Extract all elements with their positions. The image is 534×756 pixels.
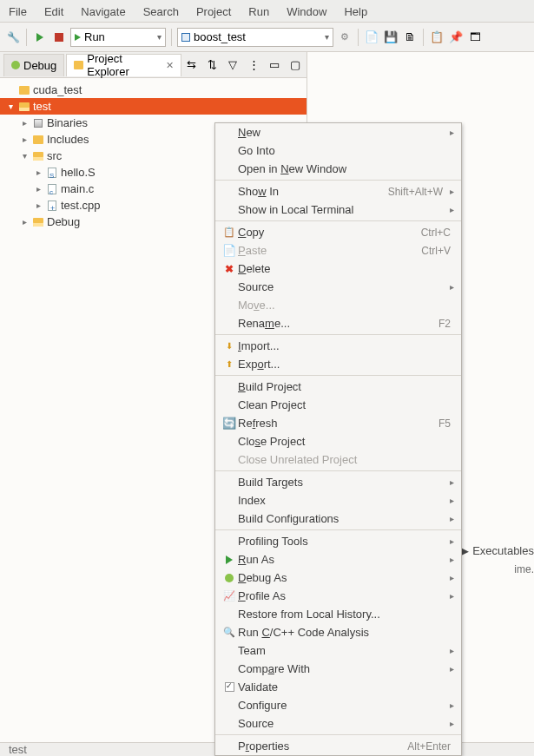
copy-icon: 📋 (221, 227, 238, 238)
menu-run[interactable]: Run (240, 3, 278, 18)
save-icon[interactable]: 💾 (383, 30, 399, 45)
build-icon[interactable]: 📋 (429, 30, 445, 45)
paste-icon: 📄 (221, 244, 238, 257)
config-icon (181, 33, 190, 42)
profile-icon: 📈 (221, 590, 238, 602)
cm-go-into[interactable]: Go Into (215, 141, 461, 160)
status-text: test (9, 743, 27, 756)
cm-profiling-tools[interactable]: Profiling Tools▸ (215, 532, 461, 550)
tab-project-explorer[interactable]: Project Explorer ✕ (66, 54, 181, 76)
menu-search[interactable]: Search (135, 3, 188, 18)
folder-icon (74, 61, 83, 69)
perspective-icon[interactable]: 🗔 (467, 30, 483, 45)
folder-open-icon (19, 102, 30, 111)
filter-icon[interactable]: ▽ (225, 57, 241, 73)
run-button[interactable] (32, 30, 48, 45)
chevron-right-icon: ▸ (19, 118, 30, 128)
tree-label: Debug (47, 215, 80, 228)
cm-close-project[interactable]: Close Project (215, 432, 461, 450)
ime-label: ime. (514, 563, 534, 575)
view-tabs: Debug Project Explorer ✕ ⇆ ⇅ ▽ ⋮ ▭ ▢ (0, 52, 307, 78)
tree-project-test[interactable]: ▾ test (0, 98, 307, 115)
chevron-right-icon: ▸ (33, 168, 43, 177)
tab-debug[interactable]: Debug (3, 54, 64, 76)
tree-label: test.cpp (61, 199, 101, 212)
bug-icon (11, 61, 20, 69)
cm-properties[interactable]: PropertiesAlt+Enter (215, 737, 461, 755)
pin-icon[interactable]: 📌 (448, 30, 464, 45)
gear-icon[interactable]: ⚙ (337, 30, 353, 45)
view-menu-icon[interactable]: ⋮ (246, 57, 261, 73)
cm-clean-project[interactable]: Clean Project (215, 396, 461, 414)
new-dropdown-icon[interactable]: 📄 (364, 30, 379, 45)
menu-file[interactable]: File (0, 3, 36, 18)
play-icon (221, 555, 238, 564)
delete-icon: ✖ (221, 263, 238, 275)
checkbox-icon (225, 682, 234, 692)
minimize-icon[interactable]: ▭ (267, 57, 282, 73)
cm-build-project[interactable]: Build Project (215, 378, 461, 396)
cm-profile-as[interactable]: 📈Profile As▸ (215, 587, 461, 605)
cpp-file-icon (48, 201, 56, 211)
link-icon[interactable]: ⇅ (204, 57, 220, 73)
menu-help[interactable]: Help (335, 3, 376, 18)
tree-label: Binaries (47, 116, 88, 129)
tab-debug-label: Debug (23, 59, 56, 72)
cm-run-as[interactable]: Run As▸ (215, 550, 461, 569)
cm-configure[interactable]: Configure▸ (215, 696, 461, 714)
tree-label: main.c (61, 182, 94, 195)
chevron-down-icon: ▾ (157, 32, 162, 42)
tree-label: hello.S (61, 166, 96, 179)
folder-open-icon (33, 152, 43, 161)
stop-button[interactable] (51, 30, 67, 45)
tree-label: src (47, 149, 62, 162)
menu-window[interactable]: Window (278, 3, 335, 18)
cm-export[interactable]: ⬆Export... (215, 355, 461, 373)
launch-config-combo[interactable]: boost_test ▾ (177, 28, 333, 47)
analysis-icon: 🔍 (221, 627, 238, 638)
maximize-icon[interactable]: ▢ (287, 57, 303, 73)
cm-validate[interactable]: Validate (215, 678, 461, 696)
menu-project[interactable]: Project (188, 3, 240, 18)
cm-show-local-terminal[interactable]: Show in Local Terminal▸ (215, 201, 461, 219)
cm-index[interactable]: Index▸ (215, 491, 461, 509)
menu-navigate[interactable]: Navigate (72, 3, 134, 18)
chevron-down-icon: ▾ (325, 32, 329, 42)
run-mode-combo[interactable]: Run ▾ (70, 28, 166, 47)
save-all-icon[interactable]: 🗎 (402, 30, 418, 45)
cm-refresh[interactable]: 🔄RefreshF5 (215, 414, 461, 432)
tree-label: cuda_test (33, 83, 82, 96)
menu-edit[interactable]: Edit (36, 3, 72, 18)
chevron-right-icon: ▸ (19, 217, 30, 227)
cm-show-in[interactable]: Show InShift+Alt+W▸ (215, 182, 461, 201)
cm-build-configs[interactable]: Build Configurations▸ (215, 509, 461, 528)
cm-source[interactable]: Source▸ (215, 278, 461, 296)
cm-open-new-window[interactable]: Open in New Window (215, 160, 461, 178)
cm-import[interactable]: ⬇Import... (215, 337, 461, 355)
cm-delete[interactable]: ✖Delete (215, 260, 461, 278)
cm-move: Move... (215, 296, 461, 314)
bug-icon (221, 574, 238, 582)
menubar: File Edit Navigate Search Project Run Wi… (0, 0, 534, 23)
cm-source2[interactable]: Source▸ (215, 714, 461, 733)
collapse-icon[interactable]: ⇆ (183, 57, 199, 73)
play-icon (75, 34, 81, 41)
cm-restore-local[interactable]: Restore from Local History... (215, 605, 461, 623)
tab-explorer-label: Project Explorer (87, 52, 161, 78)
tree-project-cuda[interactable]: cuda_test (0, 82, 307, 98)
cm-build-targets[interactable]: Build Targets▸ (215, 473, 461, 491)
close-icon[interactable]: ✕ (166, 60, 174, 71)
cm-team[interactable]: Team▸ (215, 641, 461, 660)
cm-rename[interactable]: Rename...F2 (215, 314, 461, 332)
cm-run-analysis[interactable]: 🔍Run C/C++ Code Analysis (215, 623, 461, 641)
executables-tab[interactable]: ▶ Executables (460, 544, 534, 557)
wrench-icon[interactable]: 🔧 (5, 30, 21, 45)
cm-copy[interactable]: 📋CopyCtrl+C (215, 223, 461, 241)
chevron-down-icon: ▾ (19, 151, 30, 161)
cm-debug-as[interactable]: Debug As▸ (215, 569, 461, 587)
cm-new[interactable]: New▸ (215, 123, 461, 141)
toolbar: 🔧 Run ▾ boost_test ▾ ⚙ 📄 💾 🗎 📋 📌 🗔 (0, 23, 534, 52)
chevron-right-icon: ▸ (19, 135, 30, 144)
cm-compare-with[interactable]: Compare With▸ (215, 660, 461, 678)
binaries-icon (34, 119, 43, 128)
